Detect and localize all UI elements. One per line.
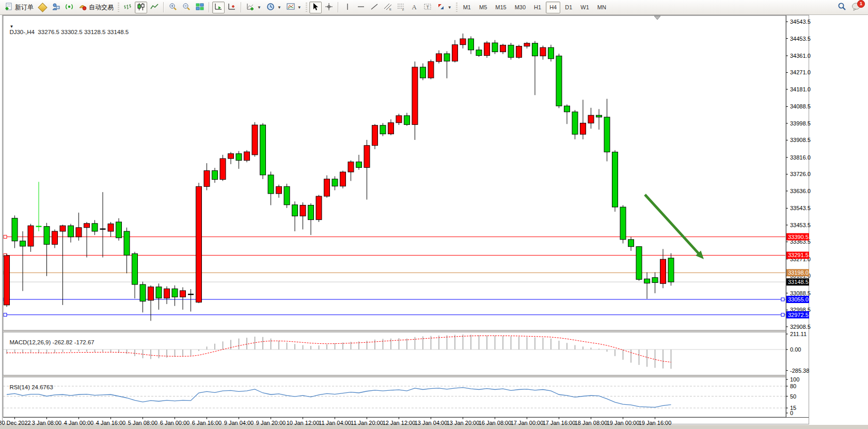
- bar-chart-button[interactable]: [121, 2, 134, 13]
- candle-body: [164, 289, 170, 298]
- notifications-button[interactable]: 1: [849, 2, 863, 13]
- autotrading-icon: [78, 3, 87, 12]
- text-label-icon: T: [423, 3, 432, 12]
- arrows-button[interactable]: ▼: [435, 2, 454, 13]
- svg-text:-285.38: -285.38: [790, 368, 809, 374]
- candle-body: [604, 117, 610, 152]
- toolbar-separator: [209, 2, 210, 12]
- symbol-period-label: DJ30-,H4: [9, 29, 35, 35]
- svg-text:33636.0: 33636.0: [790, 188, 811, 194]
- svg-text:33291.5: 33291.5: [788, 252, 809, 258]
- candle-body: [204, 171, 210, 187]
- svg-text:33088.5: 33088.5: [790, 290, 811, 296]
- svg-text:34361.0: 34361.0: [790, 53, 811, 59]
- zoom-in-button[interactable]: [167, 2, 179, 13]
- candle-body: [484, 43, 490, 56]
- candle-body: [236, 154, 242, 161]
- candle-body: [652, 278, 658, 283]
- timeframe-MN[interactable]: MN: [594, 2, 610, 13]
- candle-body: [332, 179, 338, 186]
- horizontal-line-button[interactable]: [355, 2, 367, 13]
- candle-body: [12, 218, 18, 241]
- fibonacci-button[interactable]: F: [395, 2, 407, 13]
- hline-handle: [4, 235, 7, 239]
- text-label-button[interactable]: T: [421, 2, 434, 13]
- svg-text:33390.5: 33390.5: [788, 234, 809, 240]
- market-watch-button[interactable]: [37, 2, 49, 13]
- window-bottom-edge: [0, 425, 868, 429]
- candle-body: [596, 115, 602, 117]
- templates-icon: [287, 3, 295, 12]
- candle-body: [68, 226, 74, 237]
- indicators-button[interactable]: ▼: [244, 2, 263, 13]
- zoom-out-button[interactable]: [180, 2, 193, 13]
- toolbar-grip: [456, 3, 457, 12]
- candle-body: [548, 47, 554, 59]
- toolbar-grip: [306, 3, 307, 12]
- timeframe-M1[interactable]: M1: [460, 2, 475, 13]
- candle-body: [4, 256, 10, 305]
- candle-body: [468, 39, 474, 50]
- data-window-button[interactable]: [50, 2, 62, 13]
- periods-button[interactable]: ▼: [264, 2, 283, 13]
- search-button[interactable]: [835, 2, 848, 13]
- svg-text:E: E: [389, 8, 391, 11]
- candle-body: [28, 226, 34, 246]
- candle-body: [356, 162, 362, 168]
- candle-body: [532, 43, 538, 56]
- chart-menu-triangle-icon[interactable]: ▼: [9, 24, 13, 29]
- candlestick-chart-button[interactable]: [135, 2, 147, 13]
- hline-handle: [781, 313, 784, 316]
- signal-button[interactable]: [63, 2, 75, 13]
- svg-text:32972.5: 32972.5: [788, 312, 809, 318]
- candle-body: [244, 152, 250, 161]
- timeframe-W1[interactable]: W1: [577, 2, 593, 13]
- tile-windows-button[interactable]: [194, 2, 206, 13]
- timeframe-H4[interactable]: H4: [546, 2, 560, 13]
- svg-text:34271.0: 34271.0: [790, 69, 811, 75]
- toolbar-grip: [118, 3, 119, 12]
- candle-body: [436, 54, 442, 61]
- signal-icon: [65, 3, 73, 12]
- auto-scroll-button[interactable]: [212, 2, 225, 13]
- new-order-button[interactable]: 新订单: [3, 2, 36, 13]
- equidistant-channel-button[interactable]: E: [382, 2, 394, 13]
- chart-canvas[interactable]: 34543.534453.534361.034271.034181.034088…: [0, 0, 868, 429]
- candle-body: [620, 207, 626, 240]
- price-axis[interactable]: 34543.534453.534361.034271.034181.034088…: [786, 19, 811, 416]
- svg-text:33816.0: 33816.0: [790, 154, 811, 161]
- fibonacci-icon: F: [397, 3, 405, 12]
- candle-body: [124, 231, 130, 255]
- candle-body: [220, 158, 226, 179]
- candle-body: [140, 284, 146, 301]
- chart-shift-button[interactable]: [226, 2, 238, 13]
- trendline-button[interactable]: [368, 2, 381, 13]
- timeframe-M30[interactable]: M30: [511, 2, 529, 13]
- cursor-button[interactable]: [309, 2, 322, 13]
- candle-body: [20, 241, 26, 246]
- timeframe-D1[interactable]: D1: [561, 2, 576, 13]
- templates-button[interactable]: ▼: [285, 2, 304, 13]
- toolbar-separator: [241, 2, 242, 12]
- line-chart-button[interactable]: [148, 2, 161, 13]
- candle-body: [588, 115, 594, 123]
- timeframe-M5[interactable]: M5: [476, 2, 491, 13]
- crosshair-button[interactable]: [323, 2, 335, 13]
- timeframe-H1[interactable]: H1: [530, 2, 545, 13]
- svg-text:32908.5: 32908.5: [790, 324, 811, 330]
- vertical-line-button[interactable]: [341, 2, 354, 13]
- text-icon: A: [412, 3, 417, 11]
- candle-body: [580, 123, 586, 134]
- hline-handle: [781, 298, 784, 301]
- text-button[interactable]: A: [408, 2, 420, 13]
- dropdown-arrow-icon: ▼: [448, 5, 452, 10]
- candle-body: [52, 231, 58, 244]
- candle-body: [660, 259, 666, 283]
- auto-scroll-icon: [214, 3, 223, 12]
- autotrading-button[interactable]: 自动交易: [76, 2, 116, 13]
- timeframe-M15[interactable]: M15: [492, 2, 510, 13]
- new-order-icon: [5, 3, 13, 12]
- vertical-line-icon: [343, 3, 352, 12]
- candle-body: [444, 54, 450, 61]
- horizontal-line-icon: [357, 3, 365, 12]
